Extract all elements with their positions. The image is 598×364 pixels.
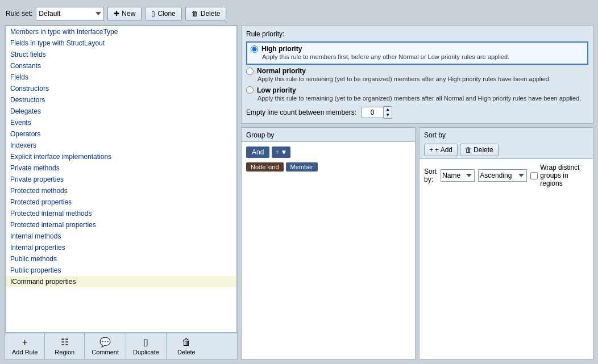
duplicate-button[interactable]: ▯ Duplicate	[126, 333, 167, 359]
comment-button[interactable]: 💬 Comment	[85, 333, 126, 359]
group-by-content: And + ▼ Node kind Member	[242, 141, 415, 359]
empty-line-label: Empty line count between members:	[246, 108, 356, 116]
list-item[interactable]: Constants	[6, 60, 236, 72]
list-item[interactable]: Protected internal methods	[6, 208, 236, 219]
high-priority-radio[interactable]	[251, 45, 258, 53]
normal-priority-label: Normal priority	[257, 67, 306, 75]
list-item[interactable]: Fields	[6, 72, 236, 83]
add-sort-button[interactable]: + + Add	[424, 144, 458, 156]
list-item[interactable]: Private methods	[6, 162, 236, 174]
low-priority-desc: Apply this rule to remaining (yet to be …	[258, 94, 588, 103]
normal-priority-option: Normal priority Apply this rule to remai…	[246, 67, 588, 83]
wrap-groups-label[interactable]: Wrap distinct groups in regions	[530, 164, 588, 187]
sort-toolbar: + + Add 🗑 Delete	[420, 141, 593, 158]
empty-line-row: Empty line count between members: ▲ ▼	[246, 106, 588, 119]
add-rule-button[interactable]: + Add Rule	[5, 333, 45, 359]
sort-content: Sort by: Name Ascending Descending Wrap …	[420, 158, 593, 359]
list-item[interactable]: Fields in type with StructLayout	[6, 37, 236, 49]
clone-button[interactable]: ▯ Clone	[145, 7, 181, 20]
delete-rule-button[interactable]: 🗑 Delete	[167, 333, 206, 359]
bottom-toolbar: + Add Rule ☷ Region 💬 Comment ▯ Duplicat…	[5, 333, 237, 359]
comment-icon: 💬	[99, 337, 111, 348]
list-item[interactable]: Internal methods	[6, 231, 236, 242]
sort-name-select[interactable]: Name	[441, 169, 475, 182]
spinner-buttons: ▲ ▼	[384, 106, 392, 119]
sort-by-section: Sort by + + Add 🗑 Delete Sort b	[419, 127, 593, 359]
delete-rule-icon: 🗑	[182, 337, 191, 348]
and-button[interactable]: And	[246, 147, 269, 158]
list-item[interactable]: Events	[6, 117, 236, 128]
empty-line-input[interactable]	[361, 107, 384, 118]
add-group-icon: +	[275, 148, 279, 156]
delete-sort-icon: 🗑	[465, 146, 472, 154]
group-by-title: Group by	[242, 128, 415, 141]
list-item[interactable]: Protected properties	[6, 196, 236, 208]
sort-order-select[interactable]: Ascending Descending	[478, 169, 527, 182]
list-item[interactable]: Constructors	[6, 83, 236, 94]
list-item[interactable]: Public properties	[6, 265, 236, 276]
delete-ruleset-icon: 🗑	[192, 10, 198, 18]
group-tags: Node kind Member	[246, 162, 410, 171]
list-item[interactable]: Protected internal properties	[6, 219, 236, 231]
sort-by-label: Sort by:	[424, 168, 437, 183]
wrap-groups-checkbox[interactable]	[530, 172, 538, 179]
new-button[interactable]: ✚ New	[107, 7, 142, 20]
list-item[interactable]: Internal properties	[6, 242, 236, 253]
rule-set-label: Rule set:	[6, 10, 32, 18]
node-kind-tag[interactable]: Node kind	[246, 162, 284, 171]
rule-priority-title: Rule priority:	[246, 30, 588, 38]
rule-priority-section: Rule priority: High priority Apply this …	[241, 25, 593, 124]
list-item[interactable]: Indexers	[6, 140, 236, 151]
spinner-up-button[interactable]: ▲	[384, 107, 392, 112]
spinner-down-button[interactable]: ▼	[384, 112, 392, 118]
list-item[interactable]: ICommand properties	[6, 276, 236, 287]
member-tag[interactable]: Member	[286, 162, 318, 171]
high-priority-label: High priority	[261, 45, 302, 53]
list-item[interactable]: Explicit interface implementations	[6, 151, 236, 162]
low-priority-option: Low priority Apply this rule to remainin…	[246, 86, 588, 103]
add-sort-icon: +	[429, 146, 433, 154]
and-bar: And + ▼	[246, 147, 410, 158]
low-priority-label: Low priority	[257, 86, 296, 94]
add-rule-icon: +	[22, 337, 27, 348]
empty-line-spinner: ▲ ▼	[361, 106, 392, 119]
add-group-arrow: ▼	[280, 148, 287, 156]
rule-set-select[interactable]: Default	[36, 7, 104, 20]
list-item[interactable]: Destructors	[6, 94, 236, 106]
normal-priority-desc: Apply this rule to remaining (yet to be …	[258, 75, 588, 83]
sort-row: Sort by: Name Ascending Descending Wrap …	[424, 164, 588, 187]
group-by-section: Group by And + ▼ Node kind Member	[241, 127, 416, 359]
list-item[interactable]: Protected methods	[6, 185, 236, 196]
add-group-button[interactable]: + ▼	[272, 147, 290, 158]
list-item[interactable]: Delegates	[6, 106, 236, 117]
region-button[interactable]: ☷ Region	[45, 333, 85, 359]
list-item[interactable]: Private properties	[6, 174, 236, 185]
delete-sort-button[interactable]: 🗑 Delete	[460, 144, 499, 156]
low-priority-radio[interactable]	[246, 86, 254, 94]
delete-ruleset-button[interactable]: 🗑 Delete	[185, 7, 227, 20]
high-priority-box: High priority Apply this rule to members…	[246, 41, 588, 65]
high-priority-desc: Apply this rule to members first, before…	[262, 53, 584, 61]
list-item[interactable]: Members in type with InterfaceType	[6, 26, 236, 37]
duplicate-icon: ▯	[143, 337, 148, 348]
clone-icon: ▯	[151, 10, 155, 18]
list-item[interactable]: Struct fields	[6, 49, 236, 60]
normal-priority-radio[interactable]	[246, 68, 254, 75]
list-item[interactable]: Public methods	[6, 253, 236, 265]
list-item[interactable]: Operators	[6, 128, 236, 140]
new-icon: ✚	[114, 10, 119, 18]
sort-by-title: Sort by	[420, 128, 593, 141]
region-icon: ☷	[61, 337, 69, 348]
rules-list: Members in type with InterfaceTypeFields…	[5, 26, 237, 333]
